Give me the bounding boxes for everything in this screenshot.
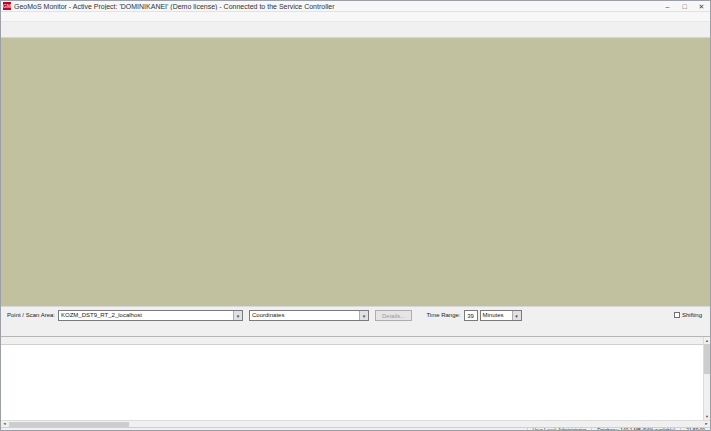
coordinate-diff-chart xyxy=(1,38,711,290)
scrollbar-thumb[interactable] xyxy=(704,344,710,374)
table-header xyxy=(1,337,710,345)
minimize-button[interactable]: – xyxy=(659,1,676,12)
chart-panel xyxy=(1,38,710,306)
scroll-down-icon[interactable]: ▼ xyxy=(704,413,710,420)
window-controls: – □ ✕ xyxy=(659,1,710,12)
titlebar: GM GeoMoS Monitor - Active Project: 'DOM… xyxy=(1,1,710,12)
scroll-up-icon[interactable]: ▲ xyxy=(704,337,710,344)
table-vertical-scrollbar[interactable]: ▲ ▼ xyxy=(703,337,710,420)
app-icon: GM xyxy=(3,2,11,10)
chevron-down-icon[interactable]: ▾ xyxy=(359,311,368,320)
close-button[interactable]: ✕ xyxy=(693,1,710,12)
database-status: Database: 140.1 MB (94% available) xyxy=(591,428,680,431)
time-range-input[interactable]: 39 xyxy=(464,310,478,321)
chevron-down-icon[interactable]: ▾ xyxy=(233,311,242,320)
checkbox-box[interactable] xyxy=(674,312,680,318)
status-bar: User Level: Administrator Database: 140.… xyxy=(1,427,710,431)
time-range-label: Time Range: xyxy=(426,312,460,318)
view-type-select[interactable]: Coordinates ▾ xyxy=(249,310,369,321)
window-title: GeoMoS Monitor - Active Project: 'DOMINI… xyxy=(14,3,659,10)
details-button[interactable]: Details... xyxy=(375,310,412,321)
view-type-value: Coordinates xyxy=(252,312,284,318)
app-window: GM GeoMoS Monitor - Active Project: 'DOM… xyxy=(0,0,711,431)
clock-status: 21:59:00 xyxy=(680,428,710,431)
shifting-label: Shifting xyxy=(682,312,702,318)
table-horizontal-scrollbar[interactable]: ◄ ► xyxy=(1,420,710,427)
controls-row: Point / Scan Area: KOZM_DST9_RT_2_localh… xyxy=(1,306,710,323)
point-select[interactable]: KOZM_DST9_RT_2_localhost ▾ xyxy=(58,310,243,321)
time-unit-select[interactable]: Minutes ▾ xyxy=(480,310,522,321)
user-level-status: User Level: Administrator xyxy=(527,428,592,431)
toolbar xyxy=(1,22,710,38)
point-scan-area-label: Point / Scan Area: xyxy=(7,312,55,318)
shifting-checkbox[interactable]: Shifting xyxy=(674,312,702,318)
time-unit-value: Minutes xyxy=(483,312,504,318)
point-select-value: KOZM_DST9_RT_2_localhost xyxy=(61,312,142,318)
log-table: ▲ ▼ xyxy=(1,336,710,420)
tab-strip xyxy=(1,323,710,336)
chevron-down-icon[interactable]: ▾ xyxy=(512,311,521,320)
menubar xyxy=(1,12,710,22)
scrollbar-thumb[interactable] xyxy=(9,422,129,427)
maximize-button[interactable]: □ xyxy=(676,1,693,12)
